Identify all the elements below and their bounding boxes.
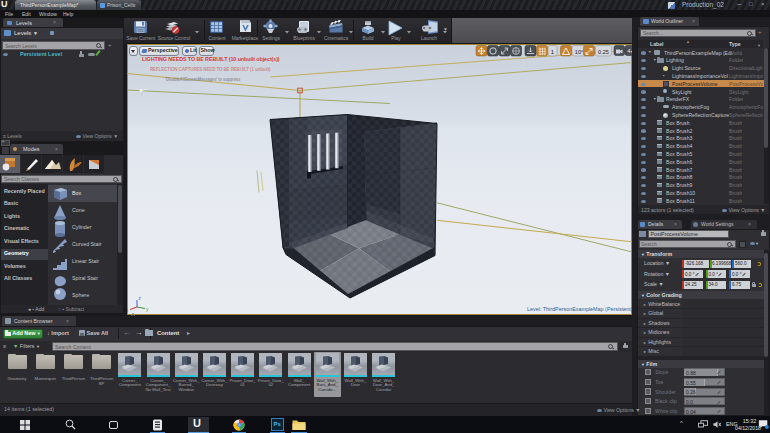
svg-text:Blueprints: Blueprints [293,35,315,40]
svg-text:Content: Content [208,35,226,40]
svg-text:Build: Build [363,35,374,40]
svg-text:Play: Play [391,35,401,40]
svg-text:Launch: Launch [421,35,437,40]
svg-text:Settings: Settings [262,35,280,40]
svg-text:Marketplace: Marketplace [232,35,259,40]
svg-text:Save Current: Save Current [127,35,156,40]
svg-text:Cinematics: Cinematics [324,35,349,40]
svg-text:10°: 10° [575,49,583,55]
svg-text:z: z [139,295,142,300]
svg-text:Source Control: Source Control [158,35,191,40]
svg-text:y: y [146,306,149,311]
svg-text:0.25: 0.25 [598,49,609,55]
svg-text:x: x [127,307,129,312]
